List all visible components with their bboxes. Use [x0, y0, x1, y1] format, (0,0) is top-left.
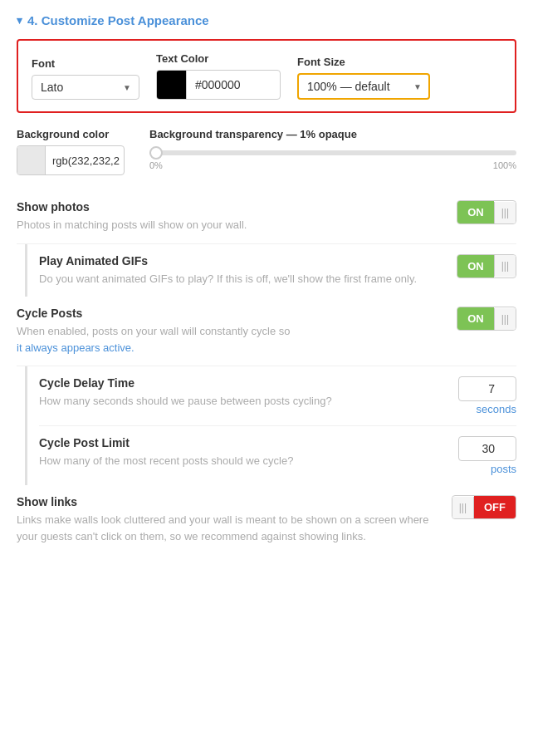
show-photos-text: Show photos Photos in matching posts wil…	[17, 200, 457, 233]
font-field-group: Font Lato Arial Georgia Times New Roman	[32, 57, 139, 100]
bg-color-group: Background color rgb(232,232,2	[17, 128, 125, 175]
cycle-posts-text: Cycle Posts When enabled, posts on your …	[17, 307, 457, 356]
cycle-limit-desc: How many of the most recent posts should…	[39, 453, 445, 469]
show-links-toggle[interactable]: ||| OFF	[452, 495, 516, 519]
cycle-delay-row: Cycle Delay Time How many seconds should…	[39, 366, 516, 426]
font-select-wrapper: Lato Arial Georgia Times New Roman	[32, 75, 139, 100]
show-links-handle[interactable]: |||	[452, 497, 474, 518]
bg-color-value: rgb(232,232,2	[46, 150, 125, 172]
bg-settings-row: Background color rgb(232,232,2 Backgroun…	[17, 128, 516, 175]
cycle-limit-control: posts	[458, 436, 516, 475]
cycle-limit-row: Cycle Post Limit How many of the most re…	[39, 426, 516, 485]
cycle-delay-control: seconds	[458, 376, 516, 415]
font-label: Font	[32, 57, 139, 70]
show-links-row: Show links Links make walls look clutter…	[17, 485, 516, 554]
cycle-posts-desc-plain: When enabled, posts on your wall will co…	[17, 325, 291, 337]
slider-container: 0% 100%	[149, 145, 516, 170]
text-color-field-group: Text Color #000000	[156, 52, 281, 100]
cycle-posts-row: Cycle Posts When enabled, posts on your …	[17, 297, 516, 366]
appearance-highlighted-box: Font Lato Arial Georgia Times New Roman …	[17, 39, 516, 113]
slider-min-label: 0%	[149, 160, 163, 170]
slider-thumb[interactable]	[149, 146, 163, 160]
bg-color-label: Background color	[17, 128, 125, 140]
cycle-posts-handle[interactable]: |||	[494, 308, 516, 330]
show-links-state: OFF	[474, 496, 516, 518]
show-photos-row: Show photos Photos in matching posts wil…	[17, 190, 516, 244]
font-size-select-wrapper: 100% — default 80% 90% 110% 120% 150%	[297, 73, 430, 100]
settings-list: Show photos Photos in matching posts wil…	[17, 190, 516, 554]
font-size-select[interactable]: 100% — default 80% 90% 110% 120% 150%	[297, 73, 430, 100]
animated-gifs-desc: Do you want animated GIFs to play? If th…	[39, 271, 443, 287]
bg-color-field[interactable]: rgb(232,232,2	[17, 145, 125, 175]
bg-transparency-label: Background transparency — 1% opaque	[149, 128, 516, 140]
cycle-posts-state: ON	[457, 307, 494, 330]
text-color-value: #000000	[187, 73, 280, 96]
font-select[interactable]: Lato Arial Georgia Times New Roman	[32, 75, 139, 100]
animated-gifs-state: ON	[457, 255, 494, 277]
arrow-icon: ▾	[17, 14, 22, 27]
bg-color-swatch	[17, 146, 46, 174]
text-color-label: Text Color	[156, 52, 281, 65]
show-photos-handle[interactable]: |||	[494, 202, 516, 223]
text-color-swatch	[157, 71, 187, 99]
cycle-posts-title: Cycle Posts	[17, 307, 443, 320]
show-photos-state: ON	[457, 201, 494, 223]
animated-gifs-handle[interactable]: |||	[494, 255, 516, 277]
font-size-field-group: Font Size 100% — default 80% 90% 110% 12…	[297, 56, 430, 100]
cycle-limit-unit: posts	[491, 463, 516, 475]
slider-track	[149, 150, 516, 155]
cycle-posts-desc: When enabled, posts on your wall will co…	[17, 323, 443, 356]
animated-gifs-toggle[interactable]: ON |||	[457, 254, 516, 278]
animated-gifs-row: Play Animated GIFs Do you want animated …	[39, 244, 516, 297]
show-photos-title: Show photos	[17, 200, 443, 214]
show-links-title: Show links	[17, 495, 438, 508]
slider-labels: 0% 100%	[149, 160, 516, 170]
animated-gifs-title: Play Animated GIFs	[39, 254, 443, 268]
show-links-desc: Links make walls look cluttered and your…	[17, 512, 438, 544]
cycle-delay-input[interactable]	[458, 376, 516, 401]
cycle-limit-title: Cycle Post Limit	[39, 436, 445, 449]
cycle-limit-text: Cycle Post Limit How many of the most re…	[39, 436, 458, 469]
bg-transparency-group: Background transparency — 1% opaque 0% 1…	[149, 128, 516, 170]
cycle-posts-desc-highlight: it always appears active.	[17, 341, 134, 354]
cycle-delay-desc: How many seconds should we pause between…	[39, 393, 445, 410]
show-links-text: Show links Links make walls look clutter…	[17, 495, 452, 544]
cycle-delay-unit: seconds	[477, 403, 516, 415]
font-size-label: Font Size	[297, 56, 430, 68]
animated-gifs-section: Play Animated GIFs Do you want animated …	[25, 244, 516, 297]
show-photos-desc: Photos in matching posts will show on yo…	[17, 217, 443, 233]
cycle-limit-input[interactable]	[458, 436, 516, 461]
cycle-delay-title: Cycle Delay Time	[39, 376, 445, 390]
slider-max-label: 100%	[493, 160, 516, 170]
text-color-field[interactable]: #000000	[156, 70, 281, 100]
show-photos-toggle[interactable]: ON |||	[457, 200, 516, 224]
section-title: ▾ 4. Customize Post Appearance	[17, 13, 516, 27]
animated-gifs-text: Play Animated GIFs Do you want animated …	[39, 254, 457, 287]
cycle-sub-section: Cycle Delay Time How many seconds should…	[25, 366, 516, 485]
cycle-delay-text: Cycle Delay Time How many seconds should…	[39, 376, 458, 410]
cycle-posts-toggle[interactable]: ON |||	[457, 307, 516, 331]
